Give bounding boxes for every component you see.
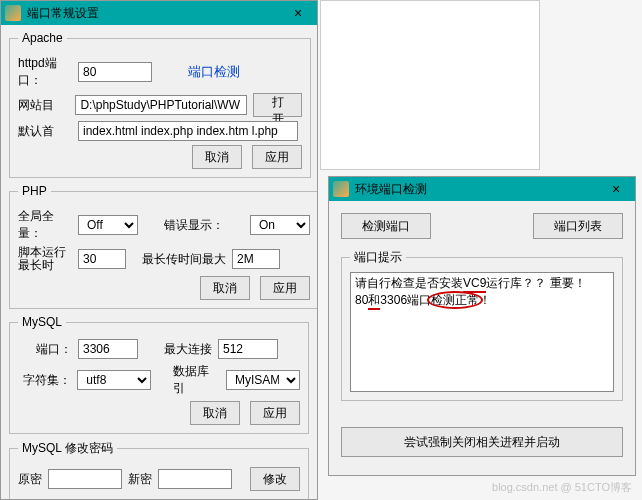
window-title: 端口常规设置 (27, 5, 283, 22)
maxconn-input[interactable] (218, 339, 278, 359)
mysql-apply-button[interactable]: 应用 (250, 401, 300, 425)
new-password-input[interactable] (158, 469, 232, 489)
titlebar: 环境端口检测 × (329, 177, 635, 201)
charset-label: 字符集： (18, 372, 71, 389)
script-time-label: 脚本运行最长时 (18, 246, 72, 272)
mysql-group: MySQL 端口： 最大连接 字符集： utf8 数据库引 MyISAM 取消 … (9, 315, 309, 434)
new-password-label: 新密 (128, 471, 152, 488)
window-body: 检测端口 端口列表 端口提示 请自行检查是否安装VC9运行库？？ 重要！ 80和… (329, 201, 635, 469)
max-trans-input[interactable] (232, 249, 280, 269)
httpd-port-input[interactable] (78, 62, 152, 82)
hint-textbox[interactable]: 请自行检查是否安装VC9运行库？？ 重要！ 80和3306端口检测正常！ (350, 272, 614, 392)
old-password-input[interactable] (48, 469, 122, 489)
mysql-password-legend: MySQL 修改密码 (18, 440, 117, 457)
default-index-label: 默认首 (18, 123, 72, 140)
engine-label: 数据库引 (173, 363, 220, 397)
maxconn-label: 最大连接 (164, 341, 212, 358)
mysql-cancel-button[interactable]: 取消 (190, 401, 240, 425)
mysql-legend: MySQL (18, 315, 66, 329)
global-var-label: 全局全量： (18, 208, 72, 242)
old-password-label: 原密 (18, 471, 42, 488)
port-settings-window: 端口常规设置 × Apache httpd端口： 端口检测 网站目 打开 默认首… (0, 0, 318, 500)
apache-cancel-button[interactable]: 取消 (192, 145, 242, 169)
window-title: 环境端口检测 (355, 181, 601, 198)
port-hint-group: 端口提示 请自行检查是否安装VC9运行库？？ 重要！ 80和3306端口检测正常… (341, 249, 623, 401)
close-icon[interactable]: × (601, 181, 631, 197)
window-body: Apache httpd端口： 端口检测 网站目 打开 默认首 取消 应用 PH… (1, 25, 317, 499)
mysql-port-label: 端口： (18, 341, 72, 358)
detect-port-button[interactable]: 检测端口 (341, 213, 431, 239)
php-cancel-button[interactable]: 取消 (200, 276, 250, 300)
mysql-port-input[interactable] (78, 339, 138, 359)
apache-group: Apache httpd端口： 端口检测 网站目 打开 默认首 取消 应用 (9, 31, 311, 178)
charset-select[interactable]: utf8 (77, 370, 150, 390)
httpd-port-label: httpd端口： (18, 55, 72, 89)
php-apply-button[interactable]: 应用 (260, 276, 310, 300)
port-check-link[interactable]: 端口检测 (188, 63, 240, 81)
webroot-input[interactable] (75, 95, 247, 115)
error-display-label: 错误显示： (164, 217, 244, 234)
php-legend: PHP (18, 184, 51, 198)
modify-password-button[interactable]: 修改 (250, 467, 300, 491)
open-button[interactable]: 打开 (253, 93, 302, 117)
close-icon[interactable]: × (283, 5, 313, 21)
php-group: PHP 全局全量： Off 错误显示： On 脚本运行最长时 最长传时间最大 取… (9, 184, 317, 309)
default-index-input[interactable] (78, 121, 298, 141)
engine-select[interactable]: MyISAM (226, 370, 300, 390)
force-close-button[interactable]: 尝试强制关闭相关进程并启动 (341, 427, 623, 457)
global-var-select[interactable]: Off (78, 215, 138, 235)
webroot-label: 网站目 (18, 97, 69, 114)
mysql-password-group: MySQL 修改密码 原密 新密 修改 (9, 440, 309, 499)
port-hint-legend: 端口提示 (350, 249, 406, 266)
port-list-button[interactable]: 端口列表 (533, 213, 623, 239)
hint-line-1: 请自行检查是否安装VC9运行库？？ 重要！ (355, 275, 609, 292)
background-panel (320, 0, 540, 170)
watermark-text: blog.csdn.net @ 51CTO博客 (492, 480, 632, 495)
hint-line-2: 80和3306端口检测正常！ (355, 292, 609, 309)
app-icon (333, 181, 349, 197)
max-trans-label: 最长传时间最大 (142, 251, 226, 268)
port-check-window: 环境端口检测 × 检测端口 端口列表 端口提示 请自行检查是否安装VC9运行库？… (328, 176, 636, 476)
app-icon (5, 5, 21, 21)
script-time-input[interactable] (78, 249, 126, 269)
titlebar: 端口常规设置 × (1, 1, 317, 25)
apache-apply-button[interactable]: 应用 (252, 145, 302, 169)
error-display-select[interactable]: On (250, 215, 310, 235)
apache-legend: Apache (18, 31, 67, 45)
